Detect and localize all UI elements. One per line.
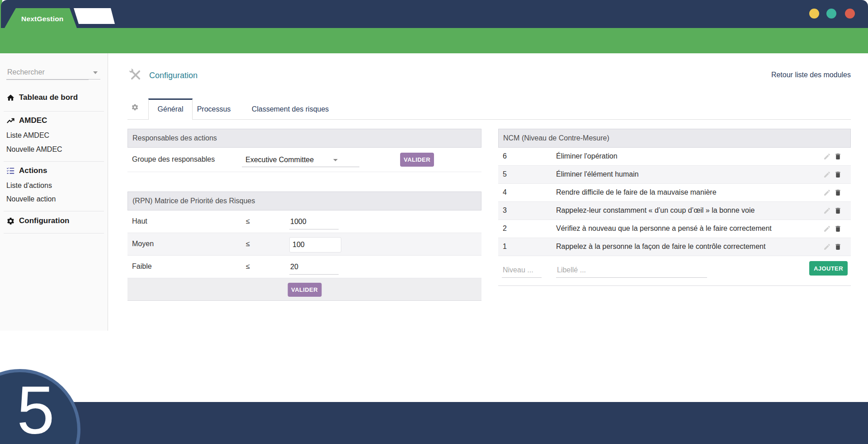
responsables-row: Groupe des responsables Executive Commit… <box>127 148 481 172</box>
footer-band <box>0 402 868 444</box>
lte-symbol: ≤ <box>246 262 250 271</box>
ncm-label: Éliminer l'opération <box>556 152 618 160</box>
brand-logo[interactable]: NextGestion <box>21 15 64 23</box>
edit-icon[interactable] <box>823 171 831 180</box>
tab-classement-des-risques[interactable]: Classement des risques <box>236 98 344 120</box>
ncm-label-input[interactable] <box>556 263 707 278</box>
ncm-level: 3 <box>503 206 507 215</box>
gear-icon <box>6 217 15 225</box>
ncm-add-row: AJOUTER <box>498 256 851 286</box>
window-dot-red[interactable] <box>845 9 855 19</box>
ajouter-button[interactable]: AJOUTER <box>809 261 848 276</box>
panel-header: (RPN) Matrice de Priorité des Risques <box>127 192 481 210</box>
sidebar: Tableau de bord AMDEC Liste AMDEC Nouvel… <box>0 53 108 331</box>
trash-icon[interactable] <box>834 171 842 180</box>
gear-icon <box>131 103 139 111</box>
trash-icon[interactable] <box>834 189 842 198</box>
window-dot-yellow[interactable] <box>809 9 819 19</box>
ncm-level: 4 <box>503 188 507 196</box>
ncm-row: 4 Rendre difficile de le faire de la mau… <box>498 184 851 202</box>
sidebar-divider <box>4 233 104 234</box>
sidebar-item-nouvelle-amdec[interactable]: Nouvelle AMDEC <box>6 145 62 154</box>
edit-icon[interactable] <box>823 243 831 252</box>
brand-tab-shapes <box>1 0 127 28</box>
sidebar-item-configuration[interactable]: Configuration <box>6 216 69 225</box>
edit-icon[interactable] <box>823 189 831 198</box>
field-label: Groupe des responsables <box>132 155 215 164</box>
nav-pill-placeholder-4[interactable] <box>210 67 259 73</box>
trash-icon[interactable] <box>834 153 842 162</box>
chart-line-icon <box>6 117 15 125</box>
rpn-row-label: Moyen <box>132 240 154 248</box>
app-header: NextGestion <box>1 0 868 28</box>
back-to-modules-link[interactable]: Retour liste des modules <box>771 71 851 79</box>
sidebar-item-label: Configuration <box>19 216 69 225</box>
ncm-row: 6 Éliminer l'opération <box>498 148 851 166</box>
tab-processus[interactable]: Processus <box>192 98 236 120</box>
rpn-row-haut: Haut ≤ <box>127 210 481 233</box>
trash-icon[interactable] <box>834 207 842 216</box>
ncm-row: 2 Vérifiez à nouveau que la personne a p… <box>498 220 851 238</box>
edit-icon[interactable] <box>823 225 831 234</box>
ncm-label: Éliminer l'élément humain <box>556 170 639 178</box>
rpn-row-label: Haut <box>132 217 147 225</box>
edit-icon[interactable] <box>823 153 831 162</box>
rpn-moyen-input[interactable] <box>289 237 341 252</box>
panel-header: Responsables des actions <box>127 129 481 148</box>
search-input[interactable] <box>6 65 89 80</box>
search-underline <box>6 79 100 79</box>
rpn-row-moyen: Moyen ≤ <box>127 233 481 256</box>
sidebar-divider <box>4 161 104 162</box>
ncm-label: Rappelez à la personne la façon de faire… <box>556 243 765 251</box>
ncm-row: 5 Éliminer l'élément humain <box>498 166 851 184</box>
ncm-level: 2 <box>503 224 507 233</box>
sidebar-item-label: Actions <box>19 166 47 175</box>
sidebar-item-nouvelle-action[interactable]: Nouvelle action <box>6 195 56 203</box>
tools-icon <box>128 67 143 83</box>
sidebar-item-liste-actions[interactable]: Liste d'actions <box>6 182 52 190</box>
rpn-faible-input[interactable] <box>289 260 339 275</box>
rpn-row-faible: Faible ≤ <box>127 256 481 278</box>
lte-symbol: ≤ <box>246 240 250 248</box>
sidebar-item-label: Tableau de bord <box>19 93 78 102</box>
window-dot-teal[interactable] <box>826 9 836 19</box>
sidebar-item-actions[interactable]: Actions <box>6 166 47 175</box>
trash-icon[interactable] <box>834 225 842 234</box>
ncm-label: Rendre difficile de le faire de la mauva… <box>556 188 717 196</box>
ncm-level-input[interactable] <box>502 263 542 278</box>
nav-pill-placeholder-7[interactable] <box>400 67 449 73</box>
rpn-footer-row: VALIDER <box>127 278 481 301</box>
main-navbar <box>0 28 868 53</box>
sidebar-divider <box>4 211 104 211</box>
tasks-icon <box>6 167 15 175</box>
ncm-level: 5 <box>503 170 507 178</box>
sidebar-item-liste-amdec[interactable]: Liste AMDEC <box>6 131 49 140</box>
ncm-row: 1 Rappelez à la personne la façon de fai… <box>498 238 851 256</box>
valider-rpn-button[interactable]: VALIDER <box>288 283 321 297</box>
ncm-row: 3 Rappelez-leur constamment « d’un coup … <box>498 202 851 220</box>
page-title: Configuration <box>149 71 198 80</box>
ncm-level: 1 <box>503 243 507 251</box>
ncm-label: Vérifiez à nouveau que la personne a pen… <box>556 224 772 233</box>
tab-general[interactable]: Général <box>148 98 193 120</box>
app-window: NextGestion Tableau de bord <box>0 0 868 444</box>
sidebar-search[interactable] <box>6 65 101 80</box>
responsables-select[interactable]: Executive Committee <box>242 153 359 167</box>
valider-responsables-button[interactable]: VALIDER <box>400 153 434 167</box>
rpn-panel: (RPN) Matrice de Priorité des Risques Ha… <box>127 192 481 301</box>
home-icon <box>6 93 15 102</box>
page-number: 5 <box>6 376 65 444</box>
nav-pill-placeholder-6[interactable] <box>337 67 386 73</box>
responsables-panel: Responsables des actions Groupe des resp… <box>127 129 481 172</box>
sidebar-item-label: AMDEC <box>19 116 47 125</box>
nav-pill-placeholder-5[interactable] <box>274 67 323 73</box>
edit-icon[interactable] <box>823 207 831 216</box>
ncm-label: Rappelez-leur constamment « d’un coup d’… <box>556 206 755 215</box>
sidebar-item-amdec[interactable]: AMDEC <box>6 116 47 125</box>
select-value: Executive Committee <box>242 156 314 164</box>
sidebar-item-dashboard[interactable]: Tableau de bord <box>6 93 78 102</box>
chevron-down-icon <box>93 71 98 74</box>
trash-icon[interactable] <box>834 243 842 252</box>
sidebar-divider <box>4 111 104 112</box>
rpn-haut-input[interactable] <box>289 215 339 229</box>
